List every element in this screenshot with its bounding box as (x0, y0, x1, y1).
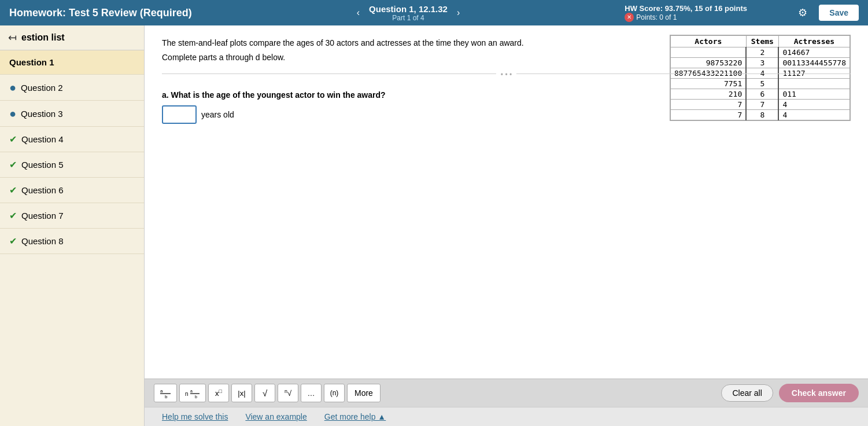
sqrt-button[interactable]: √ (254, 384, 275, 402)
footer: Help me solve this View an example Get m… (145, 407, 868, 426)
math-tools: ab nab x□ |x| √ n√ … (154, 384, 381, 402)
sidebar-header: ↤ estion list (0, 25, 144, 50)
stem-cell: 7 (746, 100, 778, 110)
check-icon-q7: ✔ (9, 210, 17, 221)
more-help-link[interactable]: Get more help ▲ (324, 412, 386, 421)
sidebar-item-q2[interactable]: ● Question 2 (0, 75, 144, 101)
sidebar-title: estion list (21, 32, 65, 43)
stem-cell: 2 (746, 47, 778, 58)
x-icon: ✕ (625, 13, 634, 22)
check-answer-button[interactable]: Check answer (779, 384, 859, 402)
absolute-value-button[interactable]: |x| (231, 384, 252, 402)
hw-title: Homework: Test 5 Review (Required) (9, 7, 192, 19)
svg-text:b: b (165, 394, 168, 399)
sidebar-item-q1[interactable]: Question 1 (0, 50, 144, 75)
help-me-solve-link[interactable]: Help me solve this (162, 412, 228, 421)
actress-cell: 014667 (778, 47, 849, 58)
stem-cell: 8 (746, 110, 778, 120)
fraction-button[interactable]: ab (154, 384, 177, 402)
paren-button[interactable]: (n) (324, 384, 345, 402)
sidebar-scroll: Question 1 ● Question 2 ● Question 3 ✔ Q… (0, 50, 144, 426)
collapse-sidebar-button[interactable]: ↤ (8, 31, 17, 44)
points-text: Points: 0 of 1 (636, 13, 677, 21)
actress-cell: 00113344455778 (778, 58, 849, 68)
actors-cell: 210 (670, 89, 746, 100)
q1-label: Question 1 (9, 57, 54, 67)
actress-cell: 011 (778, 89, 849, 100)
table-row: 2 014667 (670, 47, 849, 58)
next-question-button[interactable]: › (453, 6, 463, 19)
more-button[interactable]: More (347, 384, 381, 402)
q4-label: Question 4 (21, 134, 64, 144)
sidebar-item-q7[interactable]: ✔ Question 7 (0, 203, 144, 229)
mixed-number-button[interactable]: nab (179, 384, 206, 402)
svg-text:n: n (185, 391, 189, 397)
divider-dots: • • • (496, 71, 516, 79)
stems-header: Stems (746, 36, 778, 47)
check-icon-q8: ✔ (9, 236, 17, 247)
question-part: Part 1 of 4 (369, 14, 448, 22)
actors-header: Actors (670, 36, 746, 47)
sidebar-item-q8[interactable]: ✔ Question 8 (0, 229, 144, 254)
q7-label: Question 7 (21, 211, 64, 221)
ellipsis-button[interactable]: … (301, 384, 322, 402)
stem-cell: 6 (746, 89, 778, 100)
superscript-button[interactable]: x□ (208, 384, 229, 402)
years-label: years old (201, 110, 234, 119)
svg-text:b: b (195, 395, 197, 399)
toolbar-right: Clear all Check answer (721, 384, 859, 402)
actors-cell: 98753220 (670, 58, 746, 68)
stem-cell: 3 (746, 58, 778, 68)
q3-label: Question 3 (21, 109, 63, 119)
save-button[interactable]: Save (819, 5, 859, 21)
svg-text:a: a (160, 388, 163, 394)
q6-label: Question 6 (21, 185, 64, 195)
content-area: Actors Stems Actresses 2 014667 98753220 (145, 25, 868, 426)
actors-cell (670, 47, 746, 58)
clear-all-button[interactable]: Clear all (721, 384, 773, 402)
top-header: Homework: Test 5 Review (Required) ‹ Que… (0, 0, 868, 25)
main-layout: ↤ estion list Question 1 ● Question 2 ● … (0, 25, 868, 426)
actors-cell: 7 (670, 110, 746, 120)
q5-label: Question 5 (21, 160, 64, 170)
sidebar-item-q6[interactable]: ✔ Question 6 (0, 178, 144, 203)
table-row: 98753220 3 00113344455778 (670, 58, 849, 68)
q2-label: Question 2 (21, 83, 63, 93)
table-row: 7 8 4 (670, 110, 849, 120)
dot-icon-q3: ● (9, 108, 16, 119)
q8-label: Question 8 (21, 236, 64, 246)
answer-input[interactable] (162, 105, 197, 124)
actresses-header: Actresses (778, 36, 849, 47)
question-nav: ‹ Question 1, 12.1.32 Part 1 of 4 › (192, 4, 625, 22)
table-row: 210 6 011 (670, 89, 849, 100)
question-content: Actors Stems Actresses 2 014667 98753220 (145, 25, 868, 379)
prev-question-button[interactable]: ‹ (353, 6, 363, 19)
question-number: Question 1, 12.1.32 (369, 4, 448, 14)
sidebar-item-q5[interactable]: ✔ Question 5 (0, 152, 144, 178)
hw-score-text: HW Score: 93.75%, 15 of 16 points (625, 4, 798, 13)
sidebar: ↤ estion list Question 1 ● Question 2 ● … (0, 25, 145, 426)
check-icon-q6: ✔ (9, 185, 17, 196)
actress-cell: 4 (778, 100, 849, 110)
sidebar-item-q3[interactable]: ● Question 3 (0, 101, 144, 127)
actress-cell: 4 (778, 110, 849, 120)
table-row: 7 7 4 (670, 100, 849, 110)
view-example-link[interactable]: View an example (245, 412, 306, 421)
bottom-toolbar: ab nab x□ |x| √ n√ … (145, 379, 868, 407)
dot-icon-q2: ● (9, 82, 16, 93)
check-icon-q5: ✔ (9, 159, 17, 170)
check-icon-q4: ✔ (9, 134, 17, 145)
actors-cell: 7 (670, 100, 746, 110)
nth-root-button[interactable]: n√ (278, 384, 298, 402)
settings-icon[interactable]: ⚙ (798, 6, 807, 19)
hw-score-panel: HW Score: 93.75%, 15 of 16 points ✕ Poin… (625, 4, 798, 22)
sidebar-item-q4[interactable]: ✔ Question 4 (0, 127, 144, 152)
svg-text:a: a (190, 389, 193, 393)
